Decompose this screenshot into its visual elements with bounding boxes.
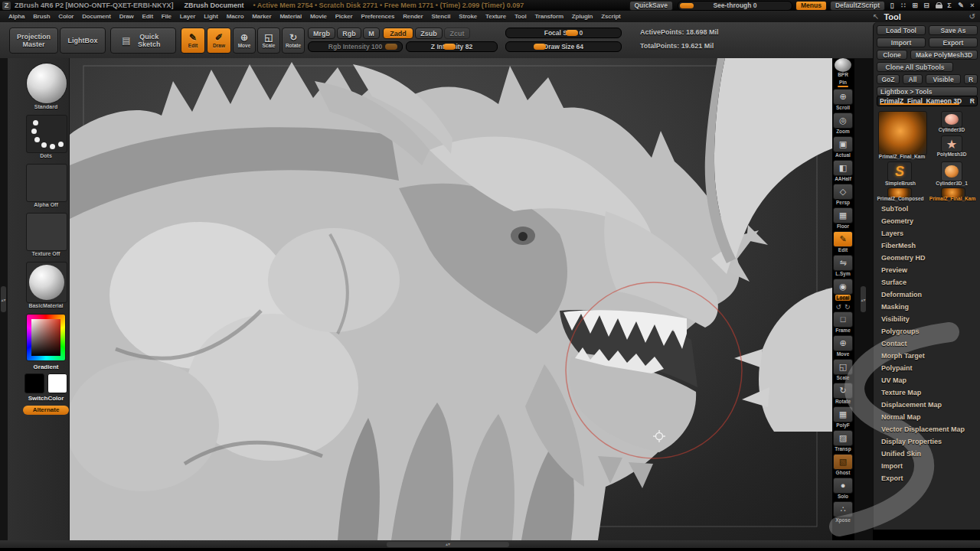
tool-section-button[interactable]: Display Properties <box>874 435 980 448</box>
menu-item[interactable]: Picker <box>333 12 355 21</box>
scroll-button[interactable]: ⊕ Scroll <box>833 89 853 111</box>
menu-item[interactable]: Material <box>277 12 304 21</box>
switch-color-label[interactable]: SwitchColor <box>21 395 70 402</box>
draw-size-slider[interactable]: Draw Size 64 <box>505 41 622 52</box>
grid-icon[interactable]: ∷ <box>899 2 908 10</box>
scale-button[interactable]: ◱ Scale <box>257 28 280 54</box>
pen-icon[interactable]: ✎ <box>956 2 965 10</box>
zcut-button[interactable]: Zcut <box>444 28 470 39</box>
zadd-button[interactable]: Zadd <box>383 28 413 39</box>
tool-section-button[interactable]: Polygroups <box>874 325 980 337</box>
rgb-intensity-slider[interactable]: Rgb Intensity 100 <box>308 41 403 52</box>
edit-object-button[interactable]: ✎ Edit <box>833 231 853 253</box>
rgb-button[interactable]: Rgb <box>337 28 361 39</box>
refresh-icon[interactable]: ↺ <box>969 12 975 21</box>
mrgb-button[interactable]: Mrgb <box>308 28 335 39</box>
menu-item[interactable]: Macro <box>224 12 247 21</box>
color-gradient-square[interactable] <box>31 319 60 356</box>
close-icon[interactable]: × <box>968 2 977 10</box>
z-intensity-slider[interactable]: Z Intensity 82 <box>406 41 498 52</box>
tool-section-button[interactable]: Geometry <box>874 215 980 227</box>
draw-button[interactable]: ✐ Draw <box>207 28 231 54</box>
ghost-button[interactable]: ▧ Ghost <box>833 454 853 476</box>
alternate-button[interactable]: Alternate <box>23 406 69 415</box>
persp-button[interactable]: ◇ Persp <box>833 184 853 206</box>
focal-shift-slider[interactable]: Focal Shift 0 <box>505 28 622 38</box>
menu-item[interactable]: Draw <box>117 12 136 21</box>
goz-button[interactable]: GoZ <box>877 74 900 84</box>
load-tool-button[interactable]: Load Tool <box>877 25 926 35</box>
tool-section-button[interactable]: Export <box>874 472 980 484</box>
bottom-tray-divider[interactable]: ▴▾ <box>387 542 509 547</box>
stroke-thumbnail[interactable] <box>26 115 67 153</box>
alpha-thumbnail[interactable] <box>26 164 67 202</box>
tool-section-button[interactable]: Polypaint <box>874 362 980 374</box>
tool-section-button[interactable]: Deformation <box>874 289 980 301</box>
local-button[interactable]: ◉ Local <box>833 279 853 301</box>
tool-section-button[interactable]: Unified Skin <box>874 448 980 460</box>
move-button[interactable]: ⊕ Move <box>233 28 256 54</box>
menu-item[interactable]: Zscript <box>599 12 622 21</box>
menu-item[interactable]: Color <box>56 12 76 21</box>
spin-right-icon[interactable]: ↻ <box>844 303 851 311</box>
dragon-sculpture[interactable] <box>70 58 832 540</box>
left-tray-divider[interactable]: ▴▾ <box>1 286 6 312</box>
actual-button[interactable]: ▣ Actual <box>833 136 853 158</box>
bpr-button[interactable]: BPR <box>833 58 853 78</box>
lightbox-button[interactable]: LightBox <box>60 28 106 54</box>
material-thumbnail[interactable] <box>26 262 67 303</box>
tool-section-button[interactable]: Geometry HD <box>874 252 980 264</box>
sculpt-canvas[interactable] <box>70 58 832 540</box>
spin-left-icon[interactable]: ↺ <box>835 303 841 311</box>
quicksave-button[interactable]: QuickSave <box>629 1 673 11</box>
see-through-slider[interactable]: See-through 0 <box>678 1 792 11</box>
tool-section-button[interactable]: Layers <box>874 227 980 240</box>
scale-3d-button[interactable]: ◱ Scale <box>833 359 853 381</box>
tool-section-button[interactable]: Import <box>874 460 980 472</box>
tool-section-button[interactable]: FiberMesh <box>874 240 980 252</box>
goz-all-button[interactable]: All <box>903 74 923 84</box>
hand-right-icon[interactable]: ⊟ <box>922 2 931 10</box>
active-tool-slot[interactable]: PrimalZ_Final_Kameon 3D R <box>877 96 978 106</box>
menu-item[interactable]: Preferences <box>359 12 397 21</box>
tool-section-button[interactable]: Contact <box>874 337 980 350</box>
tool-section-button[interactable]: Displacement Map <box>874 399 980 411</box>
save-as-button[interactable]: Save As <box>929 25 978 35</box>
gradient-label[interactable]: Gradient <box>21 364 70 370</box>
transp-button[interactable]: ▨ Transp <box>833 430 853 452</box>
tool-section-button[interactable]: Morph Target <box>874 350 980 362</box>
tool-thumb-active-dragon[interactable] <box>878 111 927 155</box>
menu-item[interactable]: Tool <box>512 12 529 21</box>
menu-item[interactable]: Layer <box>178 12 198 21</box>
polyf-button[interactable]: ▦ PolyF <box>833 406 853 429</box>
goz-r-button[interactable]: R <box>964 74 978 84</box>
active-tool-r-button[interactable]: R <box>970 96 975 106</box>
default-zscript-button[interactable]: DefaultZScript <box>830 1 885 11</box>
main-color-swatch[interactable] <box>24 373 44 393</box>
menu-item[interactable]: Document <box>80 12 113 21</box>
tool-section-button[interactable]: Texture Map <box>874 386 980 399</box>
tool-section-button[interactable]: Vector Displacement Map <box>874 423 980 435</box>
texture-thumbnail[interactable] <box>26 213 67 251</box>
zsub-button[interactable]: Zsub <box>415 28 443 39</box>
frame-button[interactable]: □ Frame <box>833 311 853 334</box>
menus-toggle-button[interactable]: Menus <box>795 1 827 11</box>
menu-item[interactable]: Alpha <box>6 12 27 21</box>
make-polymesh3d-button[interactable]: Make PolyMesh3D <box>910 50 978 60</box>
ratio-icon[interactable]: ▯ <box>887 2 897 10</box>
tool-thumb-simplebrush[interactable]: S <box>887 161 912 181</box>
menu-item[interactable]: File <box>159 12 174 21</box>
quick-sketch-button[interactable]: ▤ Quick Sketch <box>110 28 176 54</box>
tool-section-button[interactable]: Normal Map <box>874 411 980 423</box>
lsym-button[interactable]: ⇋ L.Sym <box>833 255 853 277</box>
menu-item[interactable]: Stencil <box>430 12 453 21</box>
import-button[interactable]: Import <box>877 37 926 47</box>
clone-button[interactable]: Clone <box>877 50 907 60</box>
menu-item[interactable]: Movie <box>308 12 329 21</box>
menu-item[interactable]: Marker <box>250 12 273 21</box>
menu-item[interactable]: Transform <box>532 12 565 21</box>
goz-visible-button[interactable]: Visible <box>926 74 961 84</box>
menu-item[interactable]: Brush <box>31 12 52 21</box>
projection-master-button[interactable]: Projection Master <box>9 28 58 54</box>
move-3d-button[interactable]: ⊕ Move <box>833 335 853 357</box>
